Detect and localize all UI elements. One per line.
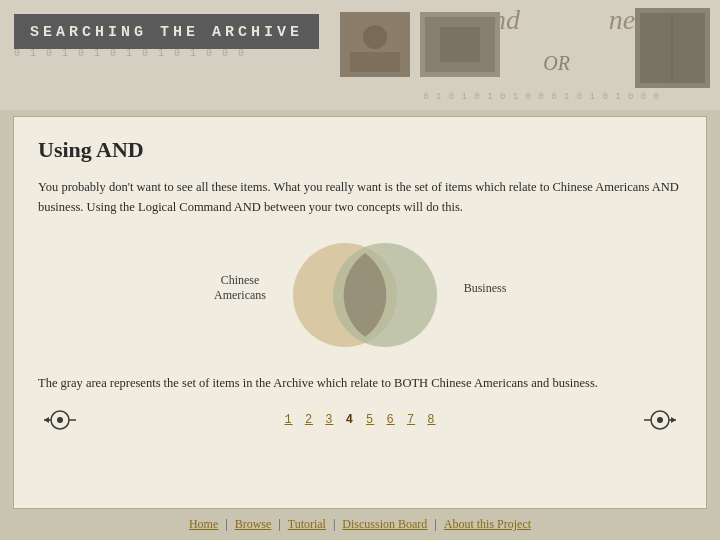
header-photo-1 bbox=[340, 12, 410, 77]
venn-label-left: Chinese Americans bbox=[200, 273, 280, 303]
svg-marker-20 bbox=[671, 417, 676, 423]
next-arrow[interactable] bbox=[642, 409, 678, 431]
svg-rect-5 bbox=[440, 27, 480, 62]
binary-decoration-1: 0 1 0 1 0 1 0 1 0 1 0 1 0 0 0 bbox=[14, 48, 246, 59]
page-3[interactable]: 3 bbox=[325, 413, 333, 427]
deco-or-text: OR bbox=[543, 52, 570, 75]
footer-sep-1: | bbox=[225, 517, 230, 531]
section-title: Using AND bbox=[38, 137, 682, 163]
intro-text: You probably don't want to see all these… bbox=[38, 177, 682, 217]
footer-sep-2: | bbox=[278, 517, 283, 531]
main-content: Using AND You probably don't want to see… bbox=[13, 116, 707, 509]
page-2[interactable]: 2 bbox=[305, 413, 313, 427]
footer-tutorial-link[interactable]: Tutorial bbox=[288, 517, 326, 531]
nav-bar: 1 2 3 4 5 6 7 8 bbox=[38, 409, 682, 431]
header-photo-3 bbox=[635, 8, 710, 88]
venn-svg bbox=[270, 235, 450, 355]
title-bar: SEARCHING THE ARCHIVE bbox=[14, 14, 319, 49]
footer: Home | Browse | Tutorial | Discussion Bo… bbox=[0, 509, 720, 540]
page-8[interactable]: 8 bbox=[427, 413, 435, 427]
footer-sep-3: | bbox=[333, 517, 338, 531]
venn-diagram: Chinese Americans Business bbox=[190, 235, 530, 355]
venn-label-right: Business bbox=[450, 281, 520, 296]
footer-home-link[interactable]: Home bbox=[189, 517, 218, 531]
footer-discussion-link[interactable]: Discussion Board bbox=[342, 517, 427, 531]
binary-decoration-2: 0 1 0 1 0 1 0 1 0 0 0 1 0 1 0 1 0 0 0 bbox=[423, 92, 660, 102]
page-4[interactable]: 4 bbox=[346, 413, 354, 427]
page-7[interactable]: 7 bbox=[407, 413, 415, 427]
footer-sep-4: | bbox=[434, 517, 439, 531]
page-numbers: 1 2 3 4 5 6 7 8 bbox=[282, 413, 437, 427]
svg-point-1 bbox=[363, 25, 387, 49]
header-photo-2 bbox=[420, 12, 500, 77]
prev-arrow[interactable] bbox=[42, 409, 78, 431]
header: SEARCHING THE ARCHIVE 0 1 0 1 0 1 0 1 0 … bbox=[0, 0, 720, 110]
page-5[interactable]: 5 bbox=[366, 413, 374, 427]
page-1[interactable]: 1 bbox=[284, 413, 292, 427]
footer-about-link[interactable]: About this Project bbox=[444, 517, 531, 531]
svg-point-12 bbox=[57, 417, 63, 423]
svg-rect-2 bbox=[350, 52, 400, 72]
footer-browse-link[interactable]: Browse bbox=[235, 517, 272, 531]
page-6[interactable]: 6 bbox=[387, 413, 395, 427]
header-title: SEARCHING THE ARCHIVE bbox=[30, 24, 303, 41]
svg-point-17 bbox=[657, 417, 663, 423]
svg-marker-15 bbox=[44, 417, 49, 423]
bottom-text: The gray area represents the set of item… bbox=[38, 373, 682, 393]
